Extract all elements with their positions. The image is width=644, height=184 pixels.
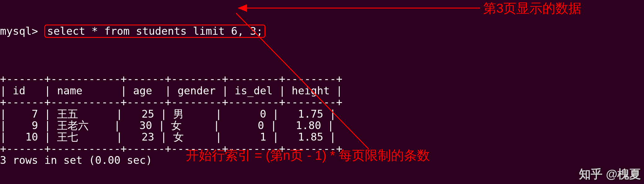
table-border-top: +------+-----------+------+--------+----… <box>0 73 342 85</box>
mysql-prompt: mysql> <box>0 25 44 37</box>
table-row: | 9 | 王老六 | 30 | 女 | 0 | 1.80 | <box>0 119 334 132</box>
table-row: | 7 | 王五 | 25 | 男 | 0 | 1.75 | <box>0 108 336 120</box>
annotation-formula: 开始行索引 = (第n页 - 1) * 每页限制的条数 <box>186 148 430 163</box>
table-border-mid: +------+-----------+------+--------+----… <box>0 96 342 108</box>
annotation-page-label: 第3页显示的数据 <box>483 1 581 16</box>
sql-query: select * from students limit 6, 3; <box>47 25 263 37</box>
watermark-text: 知乎 @槐夏 <box>579 168 641 181</box>
table-row: | 10 | 王七 | 23 | 女 | 1 | 1.85 | <box>0 131 336 143</box>
result-summary: 3 rows in set (0.00 sec) <box>0 154 152 166</box>
prompt-line-1: mysql> select * from students limit 6, 3… <box>0 25 644 38</box>
query-highlight-box: select * from students limit 6, 3; <box>44 25 265 38</box>
table-header: | id | name | age | gender | is_del | he… <box>0 84 342 97</box>
